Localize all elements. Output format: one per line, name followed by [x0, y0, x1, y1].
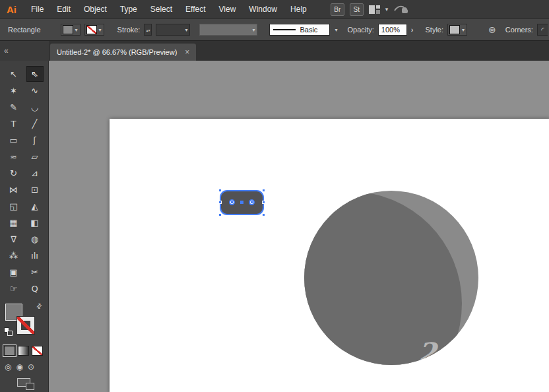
menu-type[interactable]: Type	[113, 0, 144, 18]
control-bar: Rectangle ▾ ▾ Stroke: ▴▾ ▾ ▾ Basic ▾ Opa…	[0, 18, 549, 41]
style-label: Style:	[425, 26, 443, 34]
curvature-tool[interactable]: ◡	[26, 99, 44, 115]
style-control[interactable]: ▾	[447, 24, 467, 36]
chevron-down-icon[interactable]: ▾	[385, 6, 389, 13]
watermark-text: 2	[418, 337, 437, 368]
recolor-artwork-icon[interactable]: ⊛	[488, 24, 496, 35]
draw-inside-button[interactable]: ⊙	[28, 362, 34, 372]
rectangle-tool[interactable]: ▭	[5, 132, 22, 148]
scale-tool[interactable]: ⊿	[26, 165, 44, 181]
center-anchor[interactable]	[240, 201, 243, 204]
free-transform-tool[interactable]: ⊡	[26, 181, 44, 197]
paintbrush-tool[interactable]: ʃ	[26, 132, 44, 148]
chevron-down-icon: ▾	[251, 27, 255, 33]
anchor-point[interactable]	[262, 201, 265, 204]
menu-bar: Ai FileEditObjectTypeSelectEffectViewWin…	[0, 0, 549, 18]
pen-tool[interactable]: ✎	[5, 99, 22, 115]
hand-tool[interactable]: ☞	[5, 280, 22, 296]
mesh-tool[interactable]: ▦	[5, 214, 22, 230]
collapse-chevrons-icon: «	[4, 46, 9, 55]
menu-view[interactable]: View	[212, 0, 243, 18]
brush-definition-dropdown[interactable]: Basic	[269, 24, 330, 36]
style-swatch[interactable]	[449, 25, 460, 34]
stroke-weight-stepper[interactable]: ▴▾	[144, 24, 152, 36]
magic-wand-tool[interactable]: ✶	[5, 82, 22, 98]
selected-rounded-rectangle[interactable]	[220, 190, 264, 215]
stock-button[interactable]: St	[350, 3, 364, 16]
column-graph-tool[interactable]: ılı	[26, 247, 44, 263]
lasso-tool[interactable]: ∿	[26, 82, 44, 98]
shape-builder-tool[interactable]: ◱	[5, 198, 22, 214]
artwork-layer	[49, 61, 549, 392]
chevron-down-icon[interactable]: ▾	[98, 27, 102, 33]
anchor-point[interactable]	[262, 213, 265, 216]
none-button[interactable]	[32, 346, 43, 356]
eraser-tool[interactable]: ▱	[26, 148, 44, 164]
blend-tool[interactable]: ◍	[26, 231, 44, 247]
artboard-tool[interactable]: ▣	[5, 264, 22, 280]
stroke-none-swatch[interactable]	[86, 25, 97, 34]
tools-panel: ↖⇖✶∿✎◡T╱▭ʃ≈▱↻⊿⋈⊡◱◭▦◧∇◍⁂ılı▣✂☞Q ⇄ ◎ ◉ ⊙	[0, 61, 49, 392]
anchor-point[interactable]	[218, 189, 222, 192]
gradient-button[interactable]	[18, 346, 29, 356]
symbol-sprayer-tool[interactable]: ⁂	[5, 247, 22, 263]
rotate-tool[interactable]: ↻	[5, 165, 22, 181]
shaper-tool[interactable]: ≈	[5, 148, 22, 164]
draw-normal-button[interactable]: ◎	[5, 362, 11, 372]
selection-tool[interactable]: ↖	[5, 66, 22, 82]
fill-swatch[interactable]	[63, 25, 73, 34]
draw-behind-button[interactable]: ◉	[16, 362, 22, 372]
menu-help[interactable]: Help	[284, 0, 313, 18]
menu-bar-icons: Br St ▾	[331, 3, 410, 16]
screen-mode-button[interactable]	[17, 378, 30, 387]
stroke-color-indicator[interactable]	[17, 317, 34, 334]
default-stroke-swatch[interactable]	[7, 331, 13, 336]
anchor-point[interactable]	[218, 213, 222, 216]
opacity-field[interactable]: 100%	[378, 24, 407, 36]
corner-widget[interactable]	[229, 199, 235, 205]
chevron-down-icon[interactable]: ▾	[334, 27, 338, 33]
corners-dropdown[interactable]: ◜	[537, 24, 548, 36]
stroke-weight-dropdown[interactable]: ▾	[156, 24, 190, 36]
toolbar-collapse-button[interactable]: «	[0, 41, 49, 61]
corners-label: Corners:	[505, 26, 533, 34]
document-tab-title: Untitled-2* @ 66.67% (RGB/Preview)	[57, 48, 177, 56]
chevron-down-icon[interactable]: ▾	[461, 27, 465, 33]
eyedropper-tool[interactable]: ∇	[5, 231, 22, 247]
tab-close-icon[interactable]: ×	[185, 48, 189, 57]
type-tool[interactable]: T	[5, 115, 22, 131]
swap-fill-stroke-icon[interactable]: ⇄	[34, 302, 44, 311]
width-tool[interactable]: ⋈	[5, 181, 22, 197]
stroke-label: Stroke:	[117, 26, 141, 34]
canvas[interactable]: 2	[49, 61, 549, 392]
anchor-point[interactable]	[262, 189, 265, 192]
menu-effect[interactable]: Effect	[179, 0, 212, 18]
context-label: Rectangle	[8, 26, 41, 34]
drawing-mode-buttons: ◎ ◉ ⊙	[5, 362, 34, 372]
opacity-flyout-icon[interactable]: ›	[411, 26, 414, 34]
color-button[interactable]	[4, 346, 15, 356]
slice-tool[interactable]: ✂	[26, 264, 44, 280]
gradient-tool[interactable]: ◧	[26, 214, 44, 230]
menu-edit[interactable]: Edit	[50, 0, 77, 18]
menu-file[interactable]: File	[24, 0, 50, 18]
width-profile-dropdown: ▾	[199, 24, 257, 36]
chevron-down-icon[interactable]: ▾	[75, 27, 79, 33]
fill-color-control[interactable]: ▾	[61, 24, 81, 36]
direct-selection-tool[interactable]: ⇖	[26, 66, 44, 82]
line-segment-tool[interactable]: ╱	[26, 115, 44, 131]
stroke-color-control[interactable]: ▾	[84, 24, 104, 36]
menu-object[interactable]: Object	[77, 0, 113, 18]
color-mode-buttons	[4, 346, 43, 356]
corner-widget[interactable]	[249, 199, 255, 205]
anchor-point[interactable]	[218, 201, 222, 204]
tools-grid: ↖⇖✶∿✎◡T╱▭ʃ≈▱↻⊿⋈⊡◱◭▦◧∇◍⁂ılı▣✂☞Q	[0, 61, 48, 296]
menu-window[interactable]: Window	[242, 0, 284, 18]
bridge-button[interactable]: Br	[331, 3, 344, 16]
zoom-tool[interactable]: Q	[26, 280, 44, 296]
menu-select[interactable]: Select	[144, 0, 179, 18]
document-tab[interactable]: Untitled-2* @ 66.67% (RGB/Preview) ×	[50, 44, 196, 61]
perspective-grid-tool[interactable]: ◭	[26, 198, 44, 214]
workspace-switcher-icon[interactable]	[369, 5, 380, 14]
hand-gesture-icon[interactable]	[393, 4, 409, 15]
